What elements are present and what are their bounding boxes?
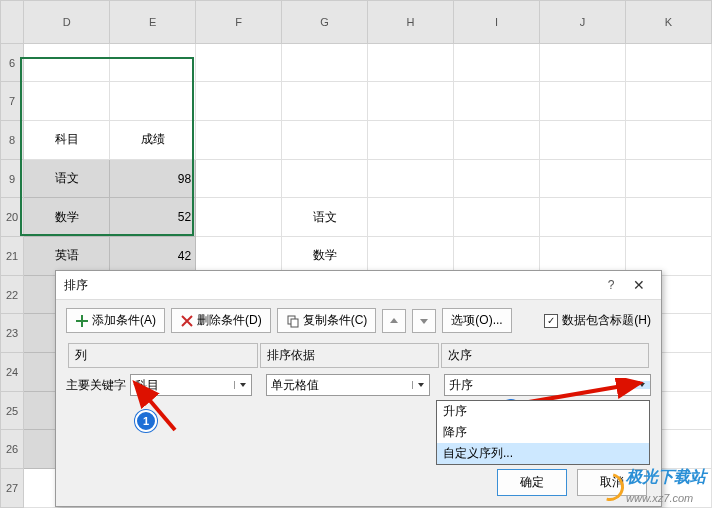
col-header: 次序 — [441, 343, 649, 368]
copy-icon — [286, 314, 300, 328]
row-hdr[interactable]: 26 — [1, 430, 24, 469]
row-hdr[interactable]: 24 — [1, 353, 24, 392]
row-hdr[interactable]: 22 — [1, 275, 24, 314]
checkbox-label: 数据包含标题(H) — [562, 312, 651, 329]
swoosh-icon — [591, 467, 629, 505]
x-icon — [180, 314, 194, 328]
sort-order-combo[interactable]: 升序 — [444, 374, 651, 396]
watermark-text: 极光下载站 — [626, 468, 706, 485]
col-G[interactable]: G — [282, 1, 368, 44]
delete-level-button[interactable]: 删除条件(D) — [171, 308, 271, 333]
close-icon[interactable]: ✕ — [625, 271, 653, 299]
plus-icon — [75, 314, 89, 328]
chevron-down-icon — [234, 381, 251, 389]
dropdown-option-asc[interactable]: 升序 — [437, 401, 649, 422]
cell[interactable]: 语文 — [24, 159, 110, 198]
sort-column-combo[interactable]: 科目 — [130, 374, 252, 396]
ok-button[interactable]: 确定 — [497, 469, 567, 496]
cell[interactable]: 98 — [110, 159, 196, 198]
row-hdr[interactable]: 20 — [1, 198, 24, 237]
sort-basis-combo[interactable]: 单元格值 — [266, 374, 430, 396]
chevron-down-icon — [412, 381, 429, 389]
row-hdr[interactable]: 7 — [1, 82, 24, 121]
sort-order-dropdown[interactable]: 升序 降序 自定义序列... — [436, 400, 650, 465]
cell[interactable]: 语文 — [282, 198, 368, 237]
svg-rect-1 — [291, 319, 298, 327]
col-F[interactable]: F — [196, 1, 282, 44]
row-hdr[interactable]: 21 — [1, 237, 24, 276]
col-J[interactable]: J — [539, 1, 625, 44]
primary-key-label: 主要关键字 — [66, 377, 128, 394]
row-hdr[interactable]: 25 — [1, 391, 24, 430]
col-H[interactable]: H — [368, 1, 454, 44]
chevron-down-icon — [633, 381, 650, 389]
col-D[interactable]: D — [24, 1, 110, 44]
help-icon[interactable]: ? — [597, 271, 625, 299]
row-hdr[interactable]: 8 — [1, 121, 24, 160]
cell[interactable]: 52 — [110, 198, 196, 237]
watermark: 极光下载站 www.xz7.com — [596, 467, 706, 506]
dialog-title: 排序 — [64, 271, 597, 299]
col-header: 列 — [68, 343, 258, 368]
move-down-button[interactable] — [412, 309, 436, 333]
options-button[interactable]: 选项(O)... — [442, 308, 511, 333]
col-header: 排序依据 — [260, 343, 439, 368]
row-hdr[interactable]: 27 — [1, 469, 24, 508]
cell[interactable]: 成绩 — [110, 121, 196, 160]
col-E[interactable]: E — [110, 1, 196, 44]
row-hdr[interactable]: 23 — [1, 314, 24, 353]
add-level-button[interactable]: 添加条件(A) — [66, 308, 165, 333]
col-K[interactable]: K — [625, 1, 711, 44]
move-up-button[interactable] — [382, 309, 406, 333]
annotation-badge-1: 1 — [135, 410, 157, 432]
copy-level-button[interactable]: 复制条件(C) — [277, 308, 377, 333]
watermark-url: www.xz7.com — [626, 492, 693, 504]
dropdown-option-custom[interactable]: 自定义序列... — [437, 443, 649, 464]
sort-dialog: 排序 ? ✕ 添加条件(A) 删除条件(D) 复制条件(C) 选项(O)... … — [55, 270, 662, 507]
col-I[interactable]: I — [454, 1, 540, 44]
dropdown-option-desc[interactable]: 降序 — [437, 422, 649, 443]
cell[interactable]: 数学 — [24, 198, 110, 237]
sort-columns-header: 列 排序依据 次序 — [66, 341, 651, 370]
header-checkbox[interactable]: ✓ 数据包含标题(H) — [544, 312, 651, 329]
column-headers[interactable]: D E F G H I J K — [1, 1, 712, 44]
row-hdr[interactable]: 6 — [1, 43, 24, 82]
checkbox-icon: ✓ — [544, 314, 558, 328]
cell[interactable]: 科目 — [24, 121, 110, 160]
row-hdr[interactable]: 9 — [1, 159, 24, 198]
